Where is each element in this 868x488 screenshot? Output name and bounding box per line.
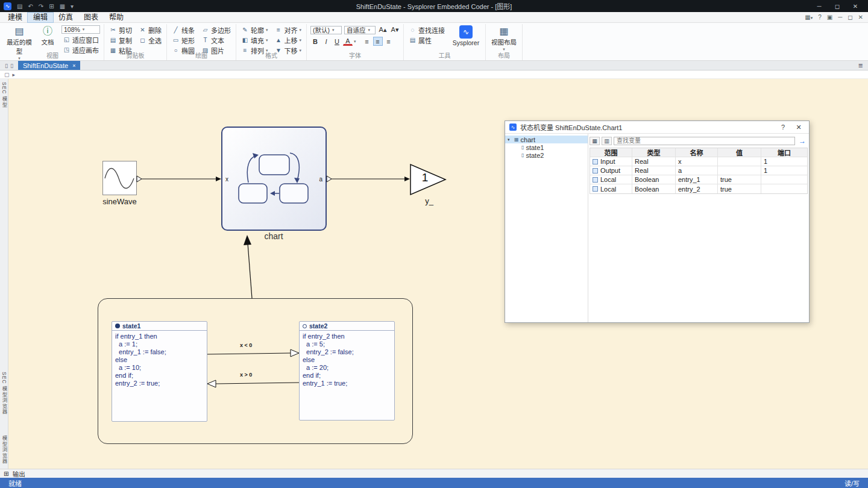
variable-icon: [593, 177, 598, 183]
delete-button[interactable]: ✕ 删除: [137, 25, 163, 34]
fill-button[interactable]: ◧ 填充 ▾: [240, 36, 269, 45]
add-variable-icon[interactable]: ▦: [590, 137, 600, 145]
underline-button[interactable]: U: [332, 37, 342, 46]
dock-tab-sec-model[interactable]: SEC 模型: [1, 82, 8, 108]
font-color-caret-icon[interactable]: ▾: [354, 39, 356, 44]
state1-box[interactable]: state1 if entry_1 then a := 1; entry_1 :…: [112, 321, 207, 422]
copy-button[interactable]: ▤ 复制: [108, 36, 133, 45]
toolbar-caret-icon[interactable]: ▾: [71, 3, 74, 10]
ribbon-group-layout: ▦ 视图布局 ▾ 布局: [486, 24, 523, 60]
find-connection-button[interactable]: ◌ 查找连接: [407, 25, 446, 34]
close-button[interactable]: ✕: [846, 3, 864, 10]
window-layout-icon[interactable]: ▦▾: [805, 14, 813, 20]
properties-button[interactable]: ▤ 属性: [407, 36, 446, 45]
chart-output-port-label: a: [319, 176, 322, 183]
align-icon: ≡: [275, 27, 283, 33]
header-port[interactable]: 端口: [761, 148, 807, 157]
line-tool-button[interactable]: ╱ 线条: [171, 25, 196, 34]
align-button[interactable]: ≡ 对齐 ▾: [274, 25, 303, 34]
header-name[interactable]: 名称: [676, 148, 718, 157]
view-layout-button[interactable]: ▦ 视图布局 ▾: [489, 25, 518, 52]
tree-expand-icon[interactable]: ▾: [508, 137, 512, 142]
header-type[interactable]: 类型: [632, 148, 676, 157]
mdi-restore-icon[interactable]: ◻: [848, 14, 852, 20]
state1-title: state1: [122, 322, 140, 330]
table-view-icon[interactable]: ▥: [602, 137, 612, 145]
statemachine-variables-dialog[interactable]: ∿ 状态机变量 ShiftEnDuState.Chart1 ? ✕ ▾ ▦ ch…: [505, 120, 810, 323]
header-scope[interactable]: 范围: [590, 148, 632, 157]
menu-simulation[interactable]: 仿真: [53, 13, 78, 22]
chart-block-inner: [222, 128, 326, 230]
output-grid-icon[interactable]: ⊞: [4, 470, 9, 477]
diagram-canvas[interactable]: sineWave x a chart: [8, 79, 868, 469]
grid-icon[interactable]: ⊞: [49, 3, 54, 10]
tab-close-icon[interactable]: ×: [72, 63, 75, 69]
save-icon[interactable]: ▤: [17, 3, 22, 10]
output-panel-label[interactable]: 输出: [13, 469, 25, 478]
restore-button[interactable]: ◻: [828, 3, 846, 10]
raise-button[interactable]: ▲ 上移 ▾: [274, 36, 303, 45]
menu-help[interactable]: 帮助: [104, 13, 129, 22]
zoom-select[interactable]: 108% ▾: [61, 25, 100, 34]
font-family-select[interactable]: (默认) ▾: [310, 26, 342, 34]
pin-icon[interactable]: ▣: [827, 14, 832, 20]
dialog-help-button[interactable]: ?: [777, 124, 789, 131]
page-icon-2[interactable]: ▯: [10, 63, 13, 69]
search-go-icon[interactable]: →: [797, 137, 808, 145]
sinewave-block[interactable]: [102, 161, 137, 195]
redo-icon[interactable]: ↷: [39, 3, 43, 10]
cut-button[interactable]: ✂ 剪切: [108, 25, 133, 34]
chart-input-port-label: x: [225, 176, 228, 183]
mdi-close-icon[interactable]: ✕: [858, 14, 863, 20]
tab-shiftendustate[interactable]: ShiftEnDuState ×: [18, 61, 80, 70]
undo-icon[interactable]: ↶: [28, 3, 33, 10]
align-center-button[interactable]: ≡: [373, 37, 383, 46]
dock-tab-sec-model-browser[interactable]: SEC 模型浏览器: [1, 372, 8, 414]
page-icon-1[interactable]: ▯: [5, 63, 8, 69]
mdi-minimize-icon[interactable]: ─: [838, 14, 842, 20]
dialog-titlebar[interactable]: ∿ 状态机变量 ShiftEnDuState.Chart1 ? ✕: [505, 121, 809, 133]
search-variable-input[interactable]: [614, 137, 795, 145]
header-value[interactable]: 值: [718, 148, 761, 157]
tab-list-icon[interactable]: ≣: [854, 61, 868, 70]
dock-tab-model-browser[interactable]: 模型浏览器: [1, 436, 8, 465]
tree-item-state2[interactable]: ▯ state2: [505, 151, 588, 159]
help-icon[interactable]: ?: [818, 14, 822, 20]
font-decrease-icon[interactable]: A▾: [390, 25, 400, 34]
fit-window-icon: ◱: [63, 36, 71, 43]
variables-table-header: 范围 类型 名称 值 端口: [590, 148, 807, 157]
table-row[interactable]: Input Real x 1: [590, 157, 807, 166]
polygon-tool-button[interactable]: ▱ 多边形: [200, 25, 232, 34]
font-color-button[interactable]: A: [343, 37, 353, 46]
chart-block[interactable]: x a: [221, 127, 327, 231]
italic-button[interactable]: I: [321, 37, 331, 46]
bold-button[interactable]: B: [310, 37, 320, 46]
align-right-button[interactable]: ≡: [384, 37, 394, 46]
font-size-select[interactable]: 自适应 ▾: [344, 26, 376, 34]
menu-chart[interactable]: 图表: [78, 13, 104, 22]
fit-window-button[interactable]: ◱ 适应窗口: [61, 35, 100, 44]
menu-modeling[interactable]: 建模: [2, 13, 28, 22]
state2-box[interactable]: state2 if entry_2 then a := 5; entry_2 :…: [299, 321, 395, 421]
text-tool-button[interactable]: T 文本: [200, 36, 232, 45]
document-button[interactable]: ⓘ 文档: [38, 25, 57, 46]
table-row[interactable]: Local Boolean entry_2 true: [590, 184, 807, 193]
tree-item-chart[interactable]: ▾ ▦ chart: [505, 136, 588, 143]
dialog-close-button[interactable]: ✕: [793, 124, 805, 131]
outline-button[interactable]: ✎ 轮廓 ▾: [240, 25, 269, 34]
table-row[interactable]: Output Real a 1: [590, 166, 807, 175]
tree-item-state1[interactable]: ▯ state1: [505, 143, 588, 151]
font-increase-icon[interactable]: A▴: [378, 25, 388, 34]
model-cube-icon[interactable]: ▢: [4, 72, 10, 78]
minimize-button[interactable]: ─: [810, 3, 828, 10]
rect-tool-button[interactable]: ▭ 矩形: [171, 36, 196, 45]
align-label: 对齐: [285, 25, 298, 35]
zoom-caret-icon: ▾: [83, 27, 85, 32]
table-row[interactable]: Local Boolean entry_1 true: [590, 175, 807, 184]
select-all-button[interactable]: ◻ 全选: [137, 36, 163, 45]
sysplorer-button[interactable]: ∿ Sysplorer: [450, 25, 482, 46]
fill-caret-icon: ▾: [266, 38, 268, 43]
panel-icon[interactable]: ▦: [60, 3, 65, 10]
menu-edit[interactable]: 编辑: [28, 13, 53, 22]
align-left-button[interactable]: ≡: [362, 37, 372, 46]
